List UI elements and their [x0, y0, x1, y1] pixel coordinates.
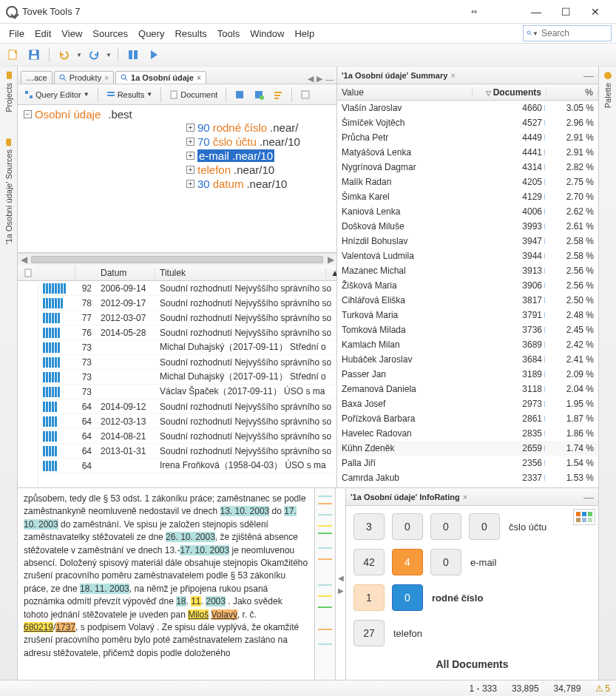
- summary-row[interactable]: Tomková Milada37362.45 %: [337, 322, 598, 337]
- summary-row[interactable]: Baxa Josef29731.95 %: [337, 396, 598, 411]
- results-button[interactable]: Results▼: [103, 89, 157, 101]
- color-legend[interactable]: [573, 509, 595, 525]
- summary-row[interactable]: Hubáček Jaroslav36842.41 %: [337, 352, 598, 367]
- summary-row[interactable]: Pořízková Barbara28611.87 %: [337, 411, 598, 426]
- result-row[interactable]: 73Václav Špaček（2017-09-11） ÚSO s ma: [38, 385, 336, 399]
- redo-dropdown-icon[interactable]: ▼: [106, 52, 112, 58]
- info-box[interactable]: 0: [430, 513, 461, 540]
- tab-minimize-button[interactable]: —: [325, 75, 334, 84]
- result-row[interactable]: 782012-09-17Soudní rozhodnutí Nejvyššího…: [38, 296, 336, 311]
- summary-row[interactable]: Havelec Radovan28351.86 %: [337, 426, 598, 441]
- tree-child[interactable]: +telefon.near/10: [186, 163, 331, 177]
- summary-row[interactable]: Šimka Karel41292.70 %: [337, 189, 598, 204]
- info-box[interactable]: 27: [353, 620, 385, 646]
- minimize-button[interactable]: —: [521, 1, 551, 22]
- query-tree[interactable]: − Osobní údaje .best +90rodné číslo.near…: [18, 105, 336, 253]
- expand-icon[interactable]: +: [186, 166, 194, 174]
- menu-window[interactable]: Window: [246, 27, 288, 41]
- summary-row[interactable]: Došková Miluše39932.61 %: [337, 219, 598, 234]
- sidebar-tab-sources[interactable]: '1a Osobní údaje' Sources: [4, 136, 13, 246]
- result-row[interactable]: 73Michal Duhajský（2017-09-11） Střední o: [38, 370, 336, 385]
- summary-row[interactable]: Průcha Petr44492.91 %: [337, 130, 598, 145]
- info-box[interactable]: 0: [392, 513, 423, 540]
- summary-row[interactable]: Mazanec Michal39132.56 %: [337, 263, 598, 278]
- info-box[interactable]: 0: [469, 513, 500, 540]
- tree-child[interactable]: +70čslo účtu.near/10: [186, 135, 331, 149]
- results-body[interactable]: 922006-09-14Soudní rozhodnutí Nejvyššího…: [38, 281, 336, 487]
- summary-row[interactable]: Vlašín Jaroslav46603.05 %: [337, 101, 598, 115]
- result-row[interactable]: 762014-05-28Soudní rozhodnutí Nejvyššího…: [38, 325, 336, 340]
- sidebar-tab-projects[interactable]: Projects: [4, 70, 13, 114]
- info-box[interactable]: 0: [430, 549, 461, 575]
- query-tool-2[interactable]: [250, 86, 268, 104]
- info-box[interactable]: 3: [353, 513, 385, 540]
- query-tool-1[interactable]: [231, 86, 248, 104]
- tab-produkty[interactable]: Produkty×: [54, 71, 114, 84]
- tab-osobni-udaje[interactable]: 1a Osobní údaje×: [115, 71, 206, 84]
- undo-button[interactable]: [55, 46, 73, 64]
- search-box[interactable]: ▼: [523, 25, 612, 41]
- col-datum[interactable]: Datum: [96, 268, 155, 278]
- summary-row[interactable]: Kaniová Lenka40062.62 %: [337, 204, 598, 219]
- query-tool-3[interactable]: [269, 86, 287, 104]
- search-input[interactable]: [541, 28, 608, 38]
- menu-query[interactable]: Query: [134, 27, 169, 41]
- document-view[interactable]: způsobem, tedy dle § 53 odst. 1 zákoníku…: [18, 488, 315, 680]
- summary-row[interactable]: Zemanová Daniela31182.04 %: [337, 382, 598, 396]
- menu-help[interactable]: Help: [290, 27, 319, 41]
- menu-file[interactable]: File: [4, 27, 29, 41]
- result-row[interactable]: 642013-01-31Soudní rozhodnutí Nejvyššího…: [38, 444, 336, 459]
- result-row[interactable]: 642012-03-13Soudní rozhodnutí Nejvyššího…: [38, 414, 336, 429]
- summary-row[interactable]: Cihlářová Eliška38172.50 %: [337, 293, 598, 308]
- new-button[interactable]: [4, 46, 22, 64]
- tab-prev-button[interactable]: ◀: [308, 74, 314, 84]
- search-dropdown-icon[interactable]: ▼: [532, 30, 538, 37]
- arrow-left-icon[interactable]: ◀: [338, 574, 344, 582]
- maximize-button[interactable]: ☐: [551, 1, 581, 22]
- expand-icon[interactable]: +: [186, 180, 194, 188]
- undo-dropdown-icon[interactable]: ▼: [76, 52, 82, 58]
- close-button[interactable]: ✕: [581, 1, 610, 22]
- summary-row[interactable]: Nygrínová Dagmar43142.82 %: [337, 160, 598, 175]
- result-row[interactable]: 642014-08-21Soudní rozhodnutí Nejvyššího…: [38, 429, 336, 444]
- summary-row[interactable]: Kamlach Milan36892.42 %: [337, 337, 598, 352]
- info-box[interactable]: 42: [353, 549, 385, 575]
- tree-child[interactable]: +30datum.near/10: [186, 177, 331, 191]
- summary-row[interactable]: Turková Maria37912.48 %: [337, 308, 598, 322]
- result-row[interactable]: 64Irena Froňková（1958-04-03） ÚSO s ma: [38, 459, 336, 473]
- tree-child[interactable]: +90rodné číslo.near/: [186, 121, 331, 135]
- minimize-icon[interactable]: —: [583, 491, 594, 503]
- menu-tools[interactable]: Tools: [213, 27, 244, 41]
- info-box[interactable]: 4: [392, 549, 423, 575]
- arrow-right-icon[interactable]: ▶: [338, 587, 344, 595]
- tab-next-button[interactable]: ▶: [317, 74, 322, 84]
- redo-button[interactable]: [85, 46, 103, 64]
- expand-icon[interactable]: +: [186, 138, 194, 146]
- summary-row[interactable]: Žišková Maria39062.56 %: [337, 278, 598, 293]
- menu-results[interactable]: Results: [170, 27, 211, 41]
- summary-row[interactable]: Šimíček Vojtěch45272.96 %: [337, 115, 598, 130]
- result-row[interactable]: 73Michal Duhajský（2017-09-11） Střední o: [38, 340, 336, 355]
- close-icon[interactable]: ×: [197, 74, 201, 82]
- query-tool-4[interactable]: [297, 86, 314, 104]
- expand-icon[interactable]: +: [186, 152, 194, 160]
- summary-row[interactable]: Camrda Jakub23371.53 %: [337, 470, 598, 485]
- minimize-icon[interactable]: —: [583, 70, 594, 81]
- summary-row[interactable]: Palla Jiří23561.54 %: [337, 456, 598, 470]
- result-row[interactable]: 772012-03-07Soudní rozhodnutí Nejvyššího…: [38, 311, 336, 325]
- summary-row[interactable]: Kühn Zdeněk26591.74 %: [337, 441, 598, 456]
- query-editor-button[interactable]: Query Editor▼: [21, 89, 93, 101]
- run-button[interactable]: [145, 46, 163, 64]
- tab-ace[interactable]: …ace: [21, 71, 53, 84]
- summary-row[interactable]: Matyášová Lenka44412.91 %: [337, 145, 598, 160]
- summary-row[interactable]: Valentová Ludmila39442.58 %: [337, 249, 598, 263]
- summary-row[interactable]: Hnízdil Bohuslav39472.58 %: [337, 234, 598, 249]
- menu-sources[interactable]: Sources: [88, 27, 132, 41]
- status-warning[interactable]: ⚠ 5: [595, 683, 610, 694]
- book-button[interactable]: [124, 46, 142, 64]
- collapse-icon[interactable]: −: [24, 110, 32, 118]
- drag-handle-icon[interactable]: ⇔: [471, 7, 477, 16]
- close-icon[interactable]: ×: [104, 74, 109, 82]
- summary-row[interactable]: Malík Radan42052.75 %: [337, 175, 598, 189]
- col-documents[interactable]: ▽ Documents: [473, 87, 546, 98]
